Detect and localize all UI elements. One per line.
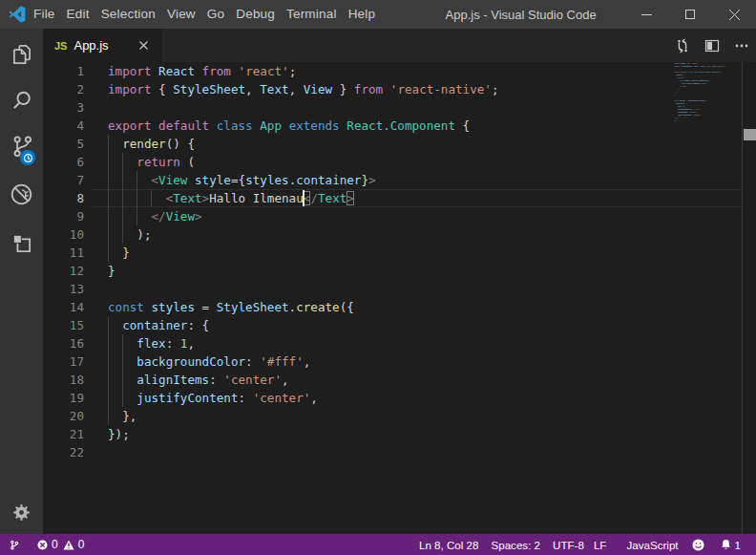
encoding[interactable]: UTF-8 xyxy=(553,539,584,551)
tab-bar: JS App.js xyxy=(43,29,756,62)
code-line[interactable]: 10 ); xyxy=(43,225,742,244)
title-bar: FileEditSelectionViewGoDebugTerminalHelp… xyxy=(0,0,756,29)
line-number: 14 xyxy=(43,298,84,316)
line-number: 19 xyxy=(43,389,84,407)
menu-help[interactable]: Help xyxy=(343,0,382,29)
code-editor[interactable]: 1import React from 'react';2import { Sty… xyxy=(43,62,756,534)
code-line[interactable]: 22 xyxy=(674,122,742,125)
explorer-icon[interactable] xyxy=(0,32,43,77)
overview-ruler-marker xyxy=(744,129,756,140)
window-title: App.js - Visual Studio Code xyxy=(381,8,624,22)
code-line[interactable]: 17 backgroundColor: '#fff', xyxy=(43,352,742,371)
notification-count: 1 xyxy=(735,539,741,551)
menu-terminal[interactable]: Terminal xyxy=(281,0,343,29)
line-number: 5 xyxy=(43,135,84,153)
code-line[interactable]: 13 xyxy=(43,280,742,298)
code-line[interactable]: 20 }, xyxy=(43,407,742,425)
code-line[interactable]: 22 xyxy=(43,443,742,461)
menu-selection[interactable]: Selection xyxy=(95,0,161,29)
code-lines: 1import React from 'react';2import { Sty… xyxy=(43,62,742,461)
minimap[interactable]: 1import React from 'react';2import { Sty… xyxy=(674,62,742,196)
indentation[interactable]: Spaces: 2 xyxy=(491,539,540,551)
language-mode[interactable]: JavaScript xyxy=(626,539,678,551)
code-line[interactable]: 5 render() { xyxy=(43,135,742,153)
editor-actions xyxy=(665,29,756,62)
code-line[interactable]: 18 alignItems: 'center', xyxy=(43,371,742,389)
window-controls xyxy=(624,0,756,29)
code-line[interactable]: 9 </View> xyxy=(43,207,742,225)
code-line[interactable]: 6 return ( xyxy=(43,153,742,171)
code-line[interactable]: 1import React from 'react'; xyxy=(43,62,742,80)
javascript-file-icon: JS xyxy=(54,40,67,52)
git-branch-icon[interactable] xyxy=(10,539,19,551)
code-line[interactable]: 11 } xyxy=(43,244,742,262)
menu-debug[interactable]: Debug xyxy=(230,0,281,29)
activity-bar xyxy=(0,29,43,534)
vscode-window: FileEditSelectionViewGoDebugTerminalHelp… xyxy=(0,0,756,555)
code-line[interactable]: 21}); xyxy=(43,425,742,443)
text-cursor xyxy=(303,190,304,206)
settings-gear-icon[interactable] xyxy=(0,490,43,534)
line-number: 3 xyxy=(43,98,84,117)
source-control-icon[interactable] xyxy=(0,123,43,169)
menu-bar: FileEditSelectionViewGoDebugTerminalHelp xyxy=(28,0,381,29)
tab-close-icon[interactable] xyxy=(134,36,153,55)
line-number: 1 xyxy=(43,62,84,80)
eol-sequence[interactable]: LF xyxy=(594,539,607,551)
code-line[interactable]: 19 justifyContent: 'center', xyxy=(43,389,742,407)
menu-file[interactable]: File xyxy=(28,0,61,29)
code-line[interactable]: 14const styles = StyleSheet.create({ xyxy=(43,298,742,316)
errors-icon xyxy=(37,540,48,550)
line-number: 15 xyxy=(43,316,84,334)
sync-clock-badge xyxy=(20,150,35,165)
line-number: 6 xyxy=(43,153,84,171)
menu-edit[interactable]: Edit xyxy=(61,0,95,29)
error-count: 0 xyxy=(52,538,58,551)
extensions-icon[interactable] xyxy=(0,219,43,268)
line-number: 8 xyxy=(43,189,84,207)
cursor-position[interactable]: Ln 8, Col 28 xyxy=(419,539,479,551)
code-line[interactable]: 16 flex: 1, xyxy=(43,334,742,352)
line-number: 12 xyxy=(43,262,84,280)
menu-view[interactable]: View xyxy=(161,0,201,29)
code-line[interactable]: 12} xyxy=(43,262,742,280)
line-number: 17 xyxy=(43,352,84,371)
line-number: 21 xyxy=(43,425,84,443)
minimap-divider xyxy=(742,62,743,534)
synchronize-changes-icon[interactable] xyxy=(670,29,695,62)
line-number: 13 xyxy=(43,280,84,298)
feedback-smiley-icon[interactable] xyxy=(692,539,704,551)
line-number: 20 xyxy=(43,407,84,425)
debug-disabled-icon[interactable] xyxy=(0,169,43,219)
line-number: 4 xyxy=(43,117,84,135)
code-line[interactable]: 8 <Text>Hallo Ilmenau</Text> xyxy=(43,189,742,207)
vscode-logo xyxy=(9,6,26,23)
problems-indicator[interactable]: 0 0 xyxy=(37,538,89,551)
line-number: 16 xyxy=(43,334,84,352)
line-number: 10 xyxy=(43,225,84,244)
line-number: 11 xyxy=(43,244,84,262)
line-number: 9 xyxy=(43,207,84,225)
tab-label: App.js xyxy=(74,38,134,53)
line-number: 22 xyxy=(43,443,84,461)
warnings-icon xyxy=(63,540,74,550)
search-icon[interactable] xyxy=(0,77,43,123)
code-line[interactable]: 2import { StyleSheet, Text, View } from … xyxy=(43,80,742,98)
more-actions-icon[interactable] xyxy=(729,29,754,62)
code-line[interactable]: 15 container: { xyxy=(43,316,742,334)
code-line[interactable]: 7 <View style={styles.container}> xyxy=(43,171,742,189)
split-editor-icon[interactable] xyxy=(700,29,724,62)
maximize-icon[interactable] xyxy=(668,0,712,29)
menu-go[interactable]: Go xyxy=(201,0,230,29)
code-line[interactable]: 4export default class App extends React.… xyxy=(43,117,742,135)
line-number: 18 xyxy=(43,371,84,389)
status-bar: 0 0 Ln 8, Col 28 Spaces: 2 UTF-8 LF Java… xyxy=(0,534,756,555)
notifications-bell[interactable]: 1 xyxy=(721,539,741,551)
line-number: 7 xyxy=(43,171,84,189)
warning-count: 0 xyxy=(78,538,85,551)
close-icon[interactable] xyxy=(712,0,756,29)
minimize-icon[interactable] xyxy=(624,0,668,29)
line-number: 2 xyxy=(43,80,84,98)
tab-appjs[interactable]: JS App.js xyxy=(43,29,162,62)
code-line[interactable]: 3 xyxy=(43,98,742,117)
